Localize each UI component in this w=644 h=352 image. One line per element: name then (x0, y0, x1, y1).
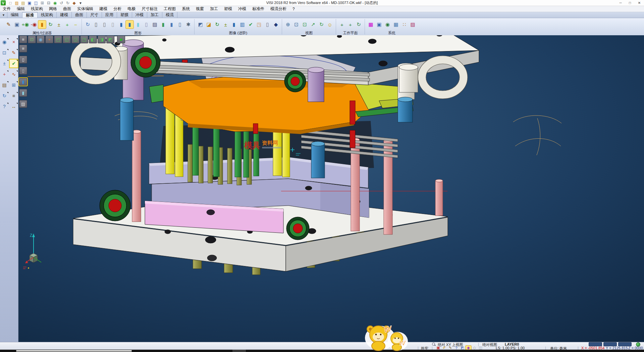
view-front-icon[interactable]: ◲ (71, 36, 79, 43)
transparent-cylinder-icon[interactable]: ▮ (134, 20, 142, 29)
close-button[interactable]: ✕ (635, 0, 644, 6)
wireframe-cylinder-icon[interactable]: ▯ (92, 20, 100, 29)
more-dropdown-icon[interactable]: ▾ (78, 0, 83, 5)
select-frame-icon[interactable]: ⊡ (28, 36, 36, 43)
taskbar-button[interactable] (232, 350, 246, 352)
zoom-window-icon[interactable]: ⊡ (292, 20, 300, 29)
workplane-rotate-icon[interactable]: ↻ (355, 20, 363, 29)
absolute-view-label[interactable]: 绝对视图 (482, 342, 497, 347)
selection-zoom-icon[interactable]: ◉ (0, 38, 8, 46)
zoom-eye-icon[interactable]: ◉ (37, 36, 45, 43)
profile-grid-icon[interactable]: ▨ (409, 20, 417, 29)
system-tools-icon[interactable]: ◉ (384, 20, 391, 29)
ghost-mode-icon[interactable]: ▮ (19, 89, 27, 97)
maximize-button[interactable]: □ (625, 0, 635, 6)
shaded-view-cube-icon[interactable]: ■ (117, 36, 125, 43)
menu-item[interactable]: 分析 (113, 6, 121, 12)
render-icon[interactable]: ◆ (71, 0, 77, 5)
solid-box-icon[interactable]: ■ (10, 92, 18, 100)
render-menu-icon[interactable]: ≡ (19, 45, 27, 52)
menu-item[interactable]: 模流分析 (270, 6, 286, 12)
menu-item[interactable]: 电极 (127, 6, 136, 12)
shade-smiley-icon[interactable]: ☺ (326, 20, 334, 29)
zoom-in-out-icon[interactable]: ⊕ (284, 20, 292, 29)
tab-edit[interactable]: 编辑 (7, 12, 22, 18)
print-icon[interactable]: ⊟ (46, 0, 51, 5)
modify-attributes-icon[interactable]: ✎ (5, 20, 12, 29)
export-icon[interactable]: ⊞ (40, 0, 45, 5)
wireframe-mode-icon[interactable]: ▯ (19, 56, 27, 63)
tab-dropdown-icon[interactable]: ▼ (0, 12, 7, 18)
help-icon[interactable]: ? (0, 102, 8, 111)
tab-flow[interactable]: 模流 (162, 12, 177, 18)
sketch-pencil-icon[interactable]: ✎ (10, 49, 18, 57)
ucs-axis-icon[interactable]: + (0, 70, 8, 78)
workplane-entity-icon[interactable]: + (346, 20, 354, 29)
attribute-image-icon[interactable]: ▣ (13, 20, 21, 29)
menu-item[interactable]: 工程图 (164, 6, 176, 12)
select-box-icon[interactable]: ⊡ (301, 20, 309, 29)
undo-icon[interactable]: ↺ (59, 0, 64, 5)
save-as-icon[interactable]: ◫ (33, 0, 39, 5)
filter-traffic-light-icon[interactable]: ▮ (38, 20, 46, 29)
menu-item[interactable]: 建模 (99, 6, 107, 12)
menu-item[interactable]: 曲面 (63, 6, 71, 12)
box-toggle-icon[interactable]: ± (222, 20, 229, 29)
box-visibility-icon[interactable]: ◩ (197, 20, 204, 29)
dashed-cylinder-icon[interactable]: ▯ (109, 20, 117, 29)
menu-item[interactable]: 系统 (182, 6, 190, 12)
menu-item[interactable]: 尺寸标注 (142, 6, 158, 12)
recycle-cylinder-icon[interactable]: ▮ (159, 20, 167, 29)
confirm-check-icon[interactable]: ✔ (10, 59, 18, 68)
shaded-selected-cylinder-icon[interactable]: ▮ (126, 20, 133, 29)
view-left-icon[interactable]: ◧ (89, 36, 97, 43)
delete-edit-icon[interactable]: × (10, 38, 18, 46)
menu-item[interactable]: 文件 (3, 6, 11, 12)
tab-application[interactable]: 应用 (102, 12, 117, 18)
menu-item[interactable]: 冲模 (238, 6, 246, 12)
box-filter-icon[interactable]: ◪ (205, 20, 213, 29)
preview-icon[interactable]: ◉ (52, 0, 58, 5)
striped-cylinder-icon[interactable]: ▥ (238, 20, 246, 29)
show-all-icon[interactable]: + (63, 20, 71, 29)
hatched-mode-icon[interactable]: ▨ (19, 100, 27, 108)
edit-cylinder-icon[interactable]: ▯ (176, 20, 184, 29)
tab-machining[interactable]: 加工 (147, 12, 162, 18)
ghost-solid-icon[interactable]: ▯ (264, 20, 271, 29)
menu-item[interactable]: ? (292, 7, 295, 11)
menu-item[interactable]: 视窗 (196, 6, 204, 12)
save-icon[interactable]: ▣ (27, 0, 32, 5)
shaded-mode-icon[interactable]: ▮ (19, 78, 27, 86)
menu-item[interactable]: 标准件 (252, 6, 264, 12)
hatched-cylinder-icon[interactable]: ▨ (151, 20, 159, 29)
curve-sketch-icon[interactable]: ∿ (10, 70, 18, 78)
shaded-cylinder-icon[interactable]: ▮ (117, 20, 125, 29)
os-taskbar[interactable] (0, 350, 644, 352)
mold-assembly-3d-model[interactable]: Z 模具 资料网 (18, 35, 644, 342)
menu-item[interactable]: 线架构 (31, 6, 43, 12)
tab-mould[interactable]: 塑膜 (117, 12, 132, 18)
refresh-regen-icon[interactable]: ↻ (0, 92, 8, 100)
open-project-icon[interactable]: ▤ (20, 0, 26, 5)
box-refresh-icon[interactable]: ↻ (213, 20, 221, 29)
tab-dimension[interactable]: 尺寸 (87, 12, 102, 18)
menu-item[interactable]: 塑模 (224, 6, 232, 12)
color-palette-icon[interactable]: ▦ (367, 20, 375, 29)
menu-item[interactable]: 编辑 (17, 6, 25, 12)
pan-arrow-icon[interactable]: ↗ (309, 20, 317, 29)
new-file-icon[interactable]: □ (8, 0, 13, 5)
taskbar-search[interactable] (16, 350, 132, 352)
workplane-origin-icon[interactable]: + (338, 20, 346, 29)
tab-wireframe[interactable]: 线架构 (38, 12, 57, 18)
3d-viewport[interactable]: Z 模具 资料网 ≡⊡◉+◰◱◲◳◧◨◩ ■ (18, 35, 644, 342)
open-file-icon[interactable]: ▨ (14, 0, 19, 5)
window-settings-icon[interactable]: ▣ (375, 20, 383, 29)
hide-all-icon[interactable]: − (72, 20, 79, 29)
hide-remove-icon[interactable]: -◉ (30, 20, 38, 29)
render-settings-icon[interactable]: ✱ (184, 20, 192, 29)
snap-settings-icon[interactable]: ∷ (400, 20, 408, 29)
tab-modeling[interactable]: 建模 (57, 12, 72, 18)
update-cylinder-icon[interactable]: ▮ (168, 20, 175, 29)
hidden-line-cylinder-icon[interactable]: ▯ (101, 20, 108, 29)
window-layout-icon[interactable]: ⊞ (10, 81, 18, 89)
